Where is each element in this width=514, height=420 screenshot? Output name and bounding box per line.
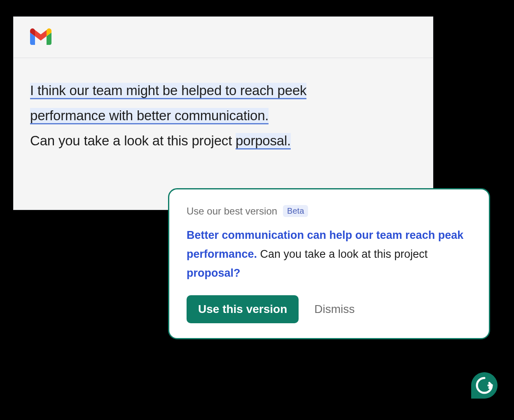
dismiss-button[interactable]: Dismiss: [314, 303, 355, 316]
popup-header-label: Use our best version: [187, 205, 277, 217]
grammarly-icon[interactable]: [471, 372, 498, 399]
email-body[interactable]: I think our team might be helped to reac…: [14, 58, 433, 173]
popup-header: Use our best version Beta: [187, 205, 472, 217]
email-header: [14, 17, 433, 58]
suggestion-highlight-2: proposal?: [187, 267, 241, 279]
email-text[interactable]: I think our team might be helped to reac…: [30, 78, 416, 153]
popup-actions: Use this version Dismiss: [187, 295, 472, 323]
suggestion-text: Better communication can help our team r…: [187, 226, 472, 283]
highlighted-text-line1[interactable]: I think our team might be helped to reac…: [30, 83, 306, 99]
suggestion-plain: Can you take a look at this project: [257, 248, 428, 260]
beta-badge: Beta: [283, 205, 308, 217]
highlighted-word[interactable]: porposal.: [236, 133, 291, 149]
email-compose-card: I think our team might be helped to reac…: [13, 16, 433, 210]
plain-text: Can you take a look at this project: [30, 133, 236, 148]
highlighted-text-line2[interactable]: performance with better communication.: [30, 108, 269, 124]
gmail-icon: [30, 28, 51, 47]
use-this-version-button[interactable]: Use this version: [187, 295, 299, 323]
suggestion-popup: Use our best version Beta Better communi…: [168, 188, 490, 339]
